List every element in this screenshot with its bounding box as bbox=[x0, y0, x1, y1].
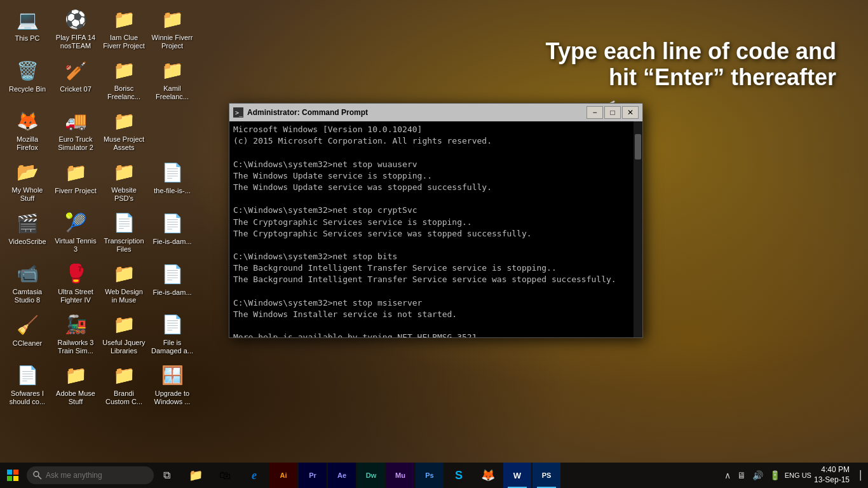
icon-img-winnie-fiverr: 📁 bbox=[159, 7, 185, 32]
desktop-icon-euro-truck[interactable]: 🚚 Euro Truck Simulator 2 bbox=[51, 105, 100, 156]
taskbar-app-explorer[interactable]: 📁 bbox=[182, 463, 210, 488]
icon-img-euro-truck: 🚚 bbox=[63, 109, 88, 133]
icon-label-recycle-bin: Recycle Bin bbox=[9, 85, 46, 93]
icon-img-my-whole: 📂 bbox=[15, 159, 40, 184]
icon-label-kamil: Kamil Freelanc... bbox=[151, 85, 194, 101]
taskbar-app-edge[interactable]: e bbox=[240, 463, 268, 488]
icon-label-this-pc: This PC bbox=[15, 34, 39, 43]
icon-img-virtual-tennis: 🎾 bbox=[63, 210, 88, 235]
search-input[interactable] bbox=[46, 471, 141, 480]
taskbar-clock[interactable]: 4:40 PM 13-Sep-15 bbox=[814, 465, 850, 485]
icon-label-winnie-fiverr: Winnie Fiverr Project bbox=[151, 34, 194, 50]
icon-label-website-psd: Website PSD's bbox=[102, 186, 146, 203]
icon-label-virtual-tennis: Virtual Tennis 3 bbox=[54, 237, 97, 254]
icon-img-file-damaged: 📄 bbox=[159, 312, 185, 337]
desktop-icon-ccleaner[interactable]: 🧹 CCleaner bbox=[3, 308, 51, 359]
cmd-window[interactable]: >_ Administrator: Command Prompt − □ ✕ M… bbox=[229, 103, 643, 338]
icon-label-ccleaner: CCleaner bbox=[13, 339, 42, 348]
desktop-icon-muse-project[interactable]: 📁 Muse Project Assets bbox=[100, 105, 148, 156]
desktop-icon-this-pc[interactable]: 💻 This PC bbox=[3, 3, 51, 54]
desktop-icon-upgrade-win[interactable]: 🪟 Upgrade to Windows ... bbox=[148, 359, 196, 410]
desktop-icon-fie-is-dam1[interactable]: 📄 Fie-is-dam... bbox=[148, 207, 196, 257]
svg-rect-2 bbox=[7, 470, 12, 475]
cmd-close-button[interactable]: ✕ bbox=[622, 106, 639, 119]
desktop-icon-fie-is-dam2[interactable]: 📄 Fie-is-dam... bbox=[148, 257, 196, 308]
desktop-icon-ultra-street[interactable]: 🥊 Ultra Street Fighter IV bbox=[51, 257, 100, 308]
taskbar-app-dreamweaver[interactable]: Dw bbox=[357, 463, 385, 488]
svg-line-7 bbox=[38, 476, 41, 479]
desktop-icon-adobe-muse[interactable]: 📁 Adobe Muse Stuff bbox=[51, 359, 100, 410]
icon-label-my-whole: My Whole Stuff bbox=[6, 186, 49, 203]
icon-img-transcription: 📄 bbox=[111, 210, 137, 235]
desktop-icon-fiverr-project[interactable]: 📁 Fiverr Project bbox=[51, 156, 100, 207]
desktop-icon-grid: 💻 This PC ⚽ Play FIFA 14 nosTEAM 📁 Iam C… bbox=[0, 0, 216, 458]
desktop-icon-borisc[interactable]: 📁 Borisc Freelanc... bbox=[100, 54, 148, 105]
desktop-icon-transcription[interactable]: 📄 Transcription Files bbox=[100, 207, 148, 257]
taskbar-app-skype[interactable]: S bbox=[445, 463, 473, 488]
desktop-icon-kamil[interactable]: 📁 Kamil Freelanc... bbox=[148, 54, 196, 105]
desktop-icon-web-design[interactable]: 📁 Web Design in Muse bbox=[100, 257, 148, 308]
taskbar-app-after-effects[interactable]: Ae bbox=[328, 463, 356, 488]
desktop-icon-website-psd[interactable]: 📁 Website PSD's bbox=[100, 156, 148, 207]
taskbar[interactable]: ⧉ 📁 🛍 e Ai Pr Ae Dw Mu Ps S 🦊 W PS ∧ 🖥 🔊… bbox=[0, 463, 868, 488]
icon-img-fie-is-dam2: 📄 bbox=[159, 261, 185, 287]
icon-img-adobe-muse: 📁 bbox=[63, 363, 88, 388]
desktop-icon-virtual-tennis[interactable]: 🎾 Virtual Tennis 3 bbox=[51, 207, 100, 257]
taskbar-app-store[interactable]: 🛍 bbox=[211, 463, 239, 488]
icon-label-upgrade-win: Upgrade to Windows ... bbox=[151, 390, 194, 406]
icon-label-brandi: Brandi Custom C... bbox=[102, 390, 146, 406]
taskbar-app-word[interactable]: W bbox=[503, 463, 531, 488]
icon-label-the-file: the-file-is-... bbox=[154, 187, 190, 195]
desktop-icon-winnie-fiverr[interactable]: 📁 Winnie Fiverr Project bbox=[148, 3, 196, 54]
icon-label-web-design: Web Design in Muse bbox=[102, 288, 146, 304]
cmd-title: Administrator: Command Prompt bbox=[247, 108, 583, 117]
start-button[interactable] bbox=[0, 463, 25, 488]
desktop-icon-file-damaged[interactable]: 📄 File is Damaged a... bbox=[148, 308, 196, 359]
icon-img-kamil: 📁 bbox=[159, 58, 185, 83]
taskbar-app-firefox[interactable]: 🦊 bbox=[474, 463, 502, 488]
cmd-icon: >_ bbox=[233, 107, 243, 118]
cmd-maximize-button[interactable]: □ bbox=[604, 106, 621, 119]
icon-img-this-pc: 💻 bbox=[15, 7, 40, 32]
icon-img-ccleaner: 🧹 bbox=[15, 312, 40, 337]
desktop-icon-softwares[interactable]: 📄 Sofwares I should co... bbox=[3, 359, 51, 410]
icon-label-camtasia: Camtasia Studio 8 bbox=[6, 288, 49, 304]
desktop-icon-useful-jquery[interactable]: 📁 Useful Jquery Libraries bbox=[100, 308, 148, 359]
icon-img-fie-is-dam1: 📄 bbox=[159, 210, 185, 236]
taskbar-apps: 📁 🛍 e Ai Pr Ae Dw Mu Ps S 🦊 W PS bbox=[182, 463, 560, 488]
taskbar-app-illustrator[interactable]: Ai bbox=[269, 463, 297, 488]
systray-battery[interactable]: 🔋 bbox=[768, 470, 782, 480]
taskbar-search[interactable] bbox=[27, 466, 154, 484]
desktop-icon-cricket-07[interactable]: 🏏 Cricket 07 bbox=[51, 54, 100, 105]
svg-rect-5 bbox=[13, 476, 18, 481]
desktop-icon-recycle-bin[interactable]: 🗑️ Recycle Bin bbox=[3, 54, 51, 105]
desktop-icon-mozilla[interactable]: 🦊 Mozilla Firefox bbox=[3, 105, 51, 156]
desktop-icon-brandi[interactable]: 📁 Brandi Custom C... bbox=[100, 359, 148, 410]
desktop-icon-play-fifa[interactable]: ⚽ Play FIFA 14 nosTEAM bbox=[51, 3, 100, 54]
desktop-icon-the-file[interactable]: 📄 the-file-is-... bbox=[148, 156, 196, 207]
systray-chevron[interactable]: ∧ bbox=[722, 470, 733, 480]
desktop-icon-my-whole[interactable]: 📂 My Whole Stuff bbox=[3, 156, 51, 207]
desktop-icon-iam-clue[interactable]: 📁 Iam Clue Fiverr Project bbox=[100, 3, 148, 54]
scroll-thumb[interactable] bbox=[635, 134, 641, 159]
taskbar-language[interactable]: ENG US bbox=[785, 471, 811, 480]
taskbar-right: ∧ 🖥 🔊 🔋 ENG US 4:40 PM 13-Sep-15 ▕ bbox=[722, 465, 868, 485]
systray-speaker[interactable]: 🔊 bbox=[750, 470, 765, 480]
desktop-icon-videoscribe[interactable]: 🎬 VideoScribe bbox=[3, 207, 51, 257]
desktop-icon-camtasia[interactable]: 📹 Camtasia Studio 8 bbox=[3, 257, 51, 308]
icon-label-softwares: Sofwares I should co... bbox=[6, 390, 49, 406]
cmd-body: Microsoft Windows [Version 10.0.10240] (… bbox=[229, 121, 642, 337]
systray-network[interactable]: 🖥 bbox=[735, 470, 748, 480]
icon-label-euro-truck: Euro Truck Simulator 2 bbox=[54, 135, 97, 152]
show-desktop-button[interactable]: ▕ bbox=[852, 470, 863, 480]
taskbar-app-powershell[interactable]: PS bbox=[532, 463, 560, 488]
cmd-window-controls[interactable]: − □ ✕ bbox=[587, 106, 639, 119]
taskbar-app-muse[interactable]: Mu bbox=[386, 463, 414, 488]
icon-img-play-fifa: ⚽ bbox=[63, 7, 88, 32]
taskbar-app-premiere[interactable]: Pr bbox=[299, 463, 327, 488]
cmd-scrollbar[interactable] bbox=[634, 121, 642, 337]
task-view-button[interactable]: ⧉ bbox=[155, 463, 178, 488]
cmd-minimize-button[interactable]: − bbox=[587, 106, 603, 119]
desktop-icon-railworks3[interactable]: 🚂 Railworks 3 Train Sim... bbox=[51, 308, 100, 359]
taskbar-app-photoshop[interactable]: Ps bbox=[416, 463, 444, 488]
